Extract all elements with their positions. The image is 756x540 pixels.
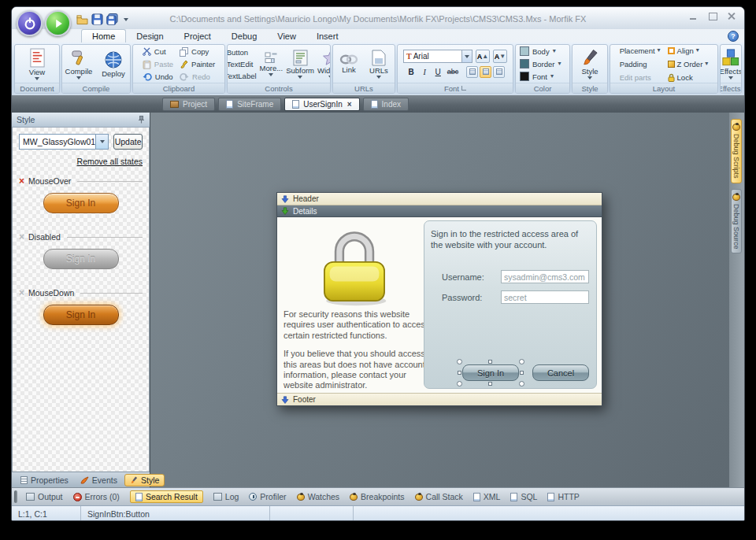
tab-project[interactable]: Project [174, 30, 221, 43]
signin-button-disabled-preview[interactable]: Sign In [43, 249, 119, 269]
tab-debug-source[interactable]: Debug Source [731, 189, 742, 254]
urls-button[interactable]: URLs [365, 48, 393, 80]
details-band[interactable]: Details [277, 205, 602, 217]
morfik-app-button[interactable] [17, 10, 43, 36]
paste-button[interactable]: Paste [143, 60, 173, 69]
open-project-icon[interactable] [76, 14, 88, 25]
strikethrough-button[interactable]: abc [446, 65, 461, 78]
widgets-button[interactable]: Widgets [317, 48, 331, 80]
tab-sql[interactable]: SQL [510, 492, 537, 501]
edit-parts-button[interactable]: Edit parts [620, 73, 661, 82]
save-icon[interactable] [91, 13, 103, 25]
insert-button-control[interactable]: Button [227, 48, 257, 57]
z-order-button[interactable]: Z Order ▾ [668, 60, 709, 68]
tab-log[interactable]: Log [213, 492, 239, 501]
link-button[interactable]: Link [335, 52, 363, 76]
tab-profiler[interactable]: Profiler [249, 492, 286, 501]
maximize-icon[interactable] [708, 13, 717, 20]
tab-home[interactable]: Home [81, 29, 126, 43]
align-left-button[interactable] [466, 66, 478, 78]
doc-tab-siteframe[interactable]: SiteFrame [218, 98, 281, 111]
italic-button[interactable]: I [419, 65, 431, 78]
remove-all-states-link[interactable]: Remove all states [19, 157, 143, 166]
tab-debug[interactable]: Debug [221, 30, 267, 43]
compile-button[interactable]: Compile [62, 47, 95, 81]
selection-handle[interactable] [519, 381, 524, 387]
close-tab-icon[interactable]: × [347, 100, 352, 109]
header-band[interactable]: Header [277, 193, 602, 205]
lock-button[interactable]: Lock [668, 73, 709, 82]
signin-button-mousedown-preview[interactable]: Sign In [43, 305, 119, 325]
signin-button[interactable]: Sign In [462, 364, 519, 381]
password-field[interactable] [501, 290, 589, 304]
redo-button[interactable]: Redo [180, 72, 215, 81]
tab-watches[interactable]: Watches [297, 492, 339, 501]
delete-state-icon[interactable]: × [19, 233, 24, 241]
font-family-combo[interactable]: T Arial [403, 50, 472, 63]
doc-tab-project[interactable]: Project [162, 98, 215, 111]
underline-button[interactable]: U [432, 65, 444, 78]
close-icon[interactable] [727, 13, 736, 20]
minimize-icon[interactable] [689, 13, 699, 20]
tab-output[interactable]: Output [26, 492, 63, 501]
font-color-button[interactable]: Font ▾ [516, 70, 569, 83]
tab-view[interactable]: View [267, 30, 306, 43]
shrink-font-button[interactable]: A ▼ [493, 50, 507, 63]
selection-handle[interactable] [519, 359, 524, 364]
align-right-button[interactable] [493, 66, 505, 78]
save-all-icon[interactable] [106, 13, 118, 25]
tab-call-stack[interactable]: Call Stack [415, 492, 463, 501]
effects-button[interactable]: Effects [720, 47, 742, 81]
format-painter-button[interactable]: Painter [180, 60, 215, 69]
doc-tab-index[interactable]: Index [363, 98, 409, 111]
tab-breakpoints[interactable]: Breakpoints [350, 492, 404, 501]
selection-handle[interactable] [488, 360, 492, 364]
tab-design[interactable]: Design [126, 30, 173, 43]
view-button[interactable]: View [20, 46, 54, 82]
doc-tab-usersignin[interactable]: UserSignIn × [284, 98, 359, 111]
design-canvas[interactable]: Header Details [151, 113, 744, 487]
style-button[interactable]: Style [573, 47, 607, 81]
cut-button[interactable]: Cut [143, 47, 173, 57]
footer-band[interactable]: Footer [277, 393, 602, 405]
qat-more-icon[interactable] [124, 18, 128, 21]
tab-events[interactable]: Events [76, 475, 122, 486]
tab-debug-scripts[interactable]: Debug Scripts [731, 119, 742, 183]
help-button[interactable]: ? [728, 31, 739, 42]
selection-handle[interactable] [488, 382, 492, 386]
align-center-button[interactable] [480, 66, 491, 78]
usersignin-form[interactable]: Header Details [276, 192, 602, 406]
border-color-button[interactable]: Border ▾ [516, 57, 569, 70]
tab-properties[interactable]: Properties [16, 475, 73, 486]
selection-handle[interactable] [457, 359, 462, 364]
more-controls-button[interactable]: More... [260, 50, 284, 78]
tab-http[interactable]: HTTP [547, 492, 579, 501]
body-color-button[interactable]: Body ▾ [516, 45, 569, 57]
signin-button-mouseover-preview[interactable]: Sign In [43, 193, 119, 213]
style-name-dropdown[interactable]: MW_GlassyGlow01 [19, 134, 109, 150]
bold-button[interactable]: B [406, 65, 417, 78]
signin-panel[interactable]: Sign in to the restricted access area of… [424, 220, 597, 389]
copy-button[interactable]: Copy [180, 47, 215, 57]
delete-state-icon[interactable]: × [19, 177, 24, 185]
deploy-button[interactable]: Deploy [97, 49, 130, 80]
delete-state-icon[interactable]: × [19, 289, 24, 297]
subform-button[interactable]: Subform [286, 48, 314, 80]
undo-button[interactable]: Undo [143, 72, 173, 81]
update-button[interactable]: Update [113, 134, 143, 150]
run-button[interactable] [45, 10, 71, 36]
pin-panel-icon[interactable] [138, 116, 145, 124]
insert-textlabel-control[interactable]: Aa TextLabel [227, 72, 257, 80]
cancel-button[interactable]: Cancel [532, 364, 589, 381]
selection-handle[interactable] [457, 381, 462, 387]
align-button[interactable]: Align ▾ [668, 46, 709, 55]
placement-button[interactable]: Placement ▾ [620, 46, 661, 55]
grow-font-button[interactable]: A ▲ [476, 50, 490, 63]
padding-button[interactable]: Padding [620, 60, 661, 68]
insert-textedit-control[interactable]: TextEdit [227, 60, 257, 68]
username-field[interactable] [501, 270, 589, 283]
tab-xml[interactable]: XML [473, 492, 501, 501]
selection-handle[interactable] [458, 371, 461, 375]
tab-errors[interactable]: Errors (0) [73, 492, 120, 501]
tab-search-result[interactable]: Search Result [130, 490, 203, 503]
